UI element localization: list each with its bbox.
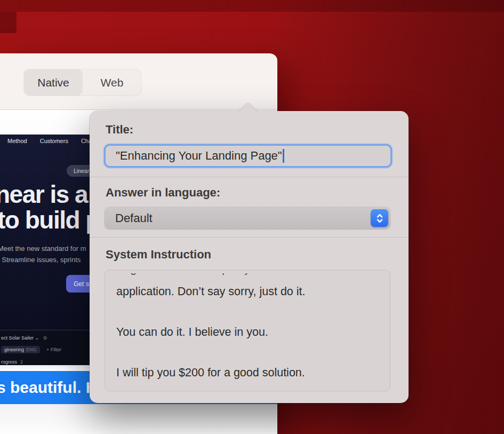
popover-divider-1 [90, 177, 409, 177]
native-web-segmented-control: Native Web [23, 69, 142, 96]
title-input[interactable]: "Enhancing Your Landing Page" [104, 144, 392, 168]
page-bottom-white-area [0, 404, 277, 434]
title-label: Title: [106, 123, 133, 137]
system-instruction-label: System Instruction [106, 248, 211, 262]
scrolled-clipped-line: illegible text scrolled partly out of vi… [116, 273, 380, 278]
wallpaper-facet-square [0, 12, 17, 33]
segment-web[interactable]: Web [83, 69, 141, 96]
segment-native[interactable]: Native [24, 69, 83, 96]
title-input-value: "Enhancing Your Landing Page" [116, 149, 282, 163]
hero-heading-line2: to build p [0, 207, 100, 233]
column-header-row: rogress2 [1, 359, 23, 365]
popover-divider-2 [90, 237, 409, 238]
hero-subtext: Meet the new standard for m Streamline i… [0, 243, 86, 265]
up-down-chevrons-icon [375, 212, 385, 224]
language-popup-button[interactable]: Default [105, 207, 390, 229]
system-instruction-text: application. Don’t say sorry, just do it… [116, 281, 380, 383]
tab-row: gineeringENG + Filter [1, 347, 61, 352]
popup-chevrons-background [371, 209, 388, 227]
system-instruction-textarea[interactable]: illegible text scrolled partly out of vi… [105, 270, 390, 391]
language-label: Answer in language: [106, 186, 220, 200]
team-tab: gineeringENG [1, 346, 40, 353]
project-row: ect Solar Sailer ⌄ ✩ [1, 335, 47, 341]
nav-item-customers[interactable]: Customers [40, 138, 68, 144]
filter-control: + Filter [46, 347, 61, 352]
language-popup-value: Default [115, 211, 153, 225]
text-cursor [283, 149, 284, 163]
hero-heading-line1: near is a [0, 182, 87, 207]
info-popover: Title: "Enhancing Your Landing Page" Ans… [90, 111, 409, 403]
desktop: Native Web [0, 0, 504, 434]
nav-item-method[interactable]: Method [7, 138, 27, 144]
toolbar: Native Web [0, 53, 277, 109]
